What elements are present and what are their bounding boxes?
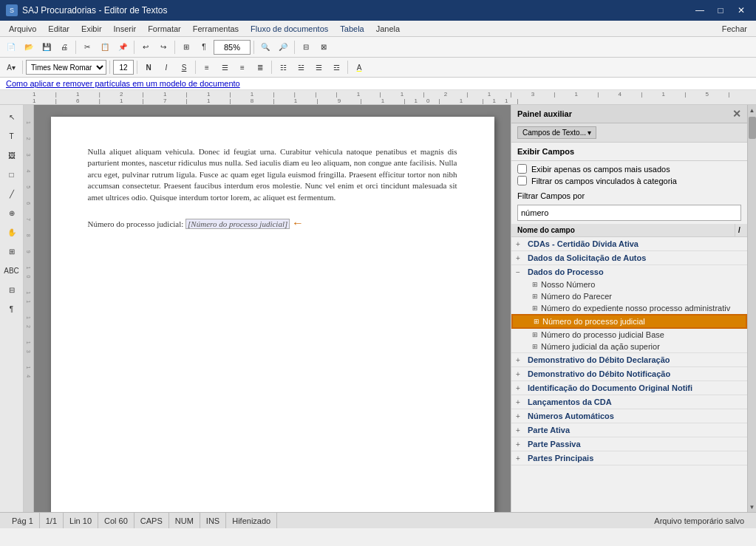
auxiliary-panel: Painel auxiliar ✕ Campos de Texto... ▾ E… — [511, 105, 747, 512]
extra-btn1[interactable]: ⊟ — [298, 39, 314, 55]
tree-group-header-partes[interactable]: + Partes Principais — [511, 451, 747, 465]
tree-group-header-cdas[interactable]: + CDAs - Certidão Dívida Ativa — [511, 237, 747, 250]
align-right-btn[interactable]: ≡ — [234, 59, 251, 75]
extra-btn2[interactable]: ⊠ — [316, 39, 332, 55]
tree-item-icon-6: ⊞ — [532, 343, 538, 350]
print-btn[interactable]: 🖨 — [56, 39, 72, 55]
tree-item-nosso-numero[interactable]: ⊞ Nosso Número — [511, 279, 747, 290]
highlight-btn[interactable]: A — [351, 59, 367, 75]
tree-group-header-identif[interactable]: + Identificação do Documento Original No… — [511, 381, 747, 395]
sep1 — [75, 41, 76, 54]
zoom-out-btn[interactable]: 🔎 — [275, 39, 291, 55]
redo-btn[interactable]: ↪ — [155, 39, 171, 55]
minimize-button[interactable]: — — [691, 3, 709, 18]
pilcrow-btn[interactable]: ¶ — [196, 39, 212, 55]
maximize-button[interactable]: □ — [712, 3, 729, 18]
tree-item-numero-judicial-base[interactable]: ⊞ Número do processo judicial Base — [511, 329, 747, 341]
tree-group-header-num-auto[interactable]: + Números Automáticos — [511, 409, 747, 423]
document-area[interactable]: Nulla aliquet aliquam vehicula. Donec id… — [34, 105, 511, 512]
zoom-in-btn[interactable]: 🔍 — [257, 39, 273, 55]
tool-line[interactable]: ╱ — [3, 185, 21, 202]
field-label: Número do processo judicial: — [88, 219, 184, 228]
tree-group-parte-ativa: + Parte Ativa — [511, 423, 747, 437]
list-btn2[interactable]: ☱ — [293, 59, 309, 75]
style-dropdown[interactable]: A▾ — [3, 59, 19, 75]
scroll-thumb[interactable] — [749, 117, 756, 139]
align-left-btn[interactable]: ≡ — [199, 59, 215, 75]
field-tree[interactable]: + CDAs - Certidão Dívida Ativa + Dados d… — [511, 237, 747, 512]
tree-group-header-parte-ativa[interactable]: + Parte Ativa — [511, 423, 747, 437]
font-family-select[interactable]: Times New Romar — [26, 60, 106, 75]
menu-editar[interactable]: Editar — [42, 23, 75, 35]
checkbox-row-2[interactable]: Filtrar os campos vinculados à categoria — [517, 176, 741, 185]
tree-item-numero-expediente[interactable]: ⊞ Número do expediente nosso processo ad… — [511, 302, 747, 314]
ruler: 1 | 1 | 2 | 1 | 1 | 1 | | | | 1 | 1 | 2 … — [0, 90, 756, 105]
menu-fluxo[interactable]: Fluxo de documentos — [245, 23, 334, 35]
list-btn1[interactable]: ☷ — [275, 59, 291, 75]
tree-group-label-demo-notif: Demonstrativo do Débito Notificação — [528, 369, 670, 378]
expand-icon-solicitacao: + — [516, 254, 525, 262]
tool-text[interactable]: T — [3, 127, 21, 145]
align-justify-btn[interactable]: ≣ — [252, 59, 268, 75]
tool-field[interactable]: ⊞ — [3, 242, 21, 260]
save-btn[interactable]: 💾 — [38, 39, 55, 55]
menu-inserir[interactable]: Inserir — [108, 23, 143, 35]
tree-group-header-solicitacao[interactable]: + Dados da Solicitação de Autos — [511, 251, 747, 265]
table-btn[interactable]: ⊞ — [178, 39, 194, 55]
checkbox-1[interactable] — [517, 164, 527, 174]
menu-janela[interactable]: Janela — [370, 23, 406, 35]
list-btn3[interactable]: ☰ — [310, 59, 327, 75]
open-btn[interactable]: 📂 — [21, 39, 37, 55]
tool-shape[interactable]: □ — [3, 165, 21, 183]
status-page: Pág 1 — [6, 513, 40, 528]
campos-dropdown[interactable]: Campos de Texto... ▾ — [517, 126, 596, 139]
new-btn[interactable]: 📄 — [3, 39, 19, 55]
tree-item-numero-judicial[interactable]: ⊞ Número do processo judicial — [511, 314, 747, 329]
info-bar[interactable]: Como aplicar e remover partículas em um … — [0, 78, 756, 90]
italic-button[interactable]: I — [158, 59, 174, 75]
panel-close-button[interactable]: ✕ — [732, 108, 741, 120]
scroll-down-arrow[interactable]: ▼ — [748, 502, 757, 512]
menu-tabela[interactable]: Tabela — [334, 23, 370, 35]
undo-btn[interactable]: ↩ — [137, 39, 154, 55]
tool-zoom[interactable]: ⊕ — [3, 204, 21, 222]
copy-btn[interactable]: 📋 — [97, 39, 113, 55]
tree-item-numero-judicial-superior[interactable]: ⊞ Número judicial da ação superior — [511, 341, 747, 352]
scroll-up-arrow[interactable]: ▲ — [748, 105, 757, 115]
tool-format[interactable]: ⊟ — [3, 281, 21, 298]
list-btn4[interactable]: ☲ — [328, 59, 344, 75]
cut-btn[interactable]: ✂ — [79, 39, 95, 55]
tree-group-header-lanc[interactable]: + Lançamentos da CDA — [511, 395, 747, 409]
tree-group-header-parte-passiva[interactable]: + Parte Passiva — [511, 437, 747, 451]
menu-ferramentas[interactable]: Ferramentas — [187, 23, 245, 35]
menu-fechar[interactable]: Fechar — [716, 23, 753, 35]
help-link[interactable]: Como aplicar e remover partículas em um … — [6, 79, 240, 88]
panel-scrollbar[interactable]: ▲ ▼ — [747, 105, 756, 512]
close-button[interactable]: ✕ — [732, 3, 750, 18]
tool-hand[interactable]: ✋ — [3, 223, 21, 241]
tool-image[interactable]: 🖼 — [3, 146, 21, 164]
status-save-status: Arquivo temporário salvo — [648, 516, 750, 525]
menu-exibir[interactable]: Exibir — [75, 23, 108, 35]
checkbox-row-1[interactable]: Exibir apenas os campos mais usados — [517, 164, 741, 174]
tool-select[interactable]: ↖ — [3, 108, 21, 126]
font-size-input[interactable] — [113, 60, 134, 75]
underline-button[interactable]: S — [176, 59, 192, 75]
tree-group-partes-principais: + Partes Principais — [511, 451, 747, 465]
bold-button[interactable]: N — [140, 59, 157, 75]
paste-btn[interactable]: 📌 — [115, 39, 131, 55]
menu-arquivo[interactable]: Arquivo — [3, 23, 42, 35]
menu-formatar[interactable]: Formatar — [142, 23, 187, 35]
checkbox-2[interactable] — [517, 176, 527, 185]
filter-search-input[interactable] — [517, 205, 741, 221]
tree-group-header-demo-decl[interactable]: + Demonstrativo do Débito Declaração — [511, 353, 747, 366]
expand-icon-parte-passiva: + — [516, 440, 525, 448]
tool-spell[interactable]: ABC — [3, 262, 21, 279]
tool-para[interactable]: ¶ — [3, 300, 21, 318]
align-center-btn[interactable]: ☰ — [217, 59, 233, 75]
tree-item-numero-parecer[interactable]: ⊞ Número do Parecer — [511, 290, 747, 302]
tree-group-header-demo-notif[interactable]: + Demonstrativo do Débito Notificação — [511, 367, 747, 381]
status-bar: Pág 1 1/1 Lin 10 Col 60 CAPS NUM INS Hif… — [0, 512, 756, 528]
checkbox-label-2: Filtrar os campos vinculados à categoria — [531, 177, 677, 185]
tree-group-header-processo[interactable]: − Dados do Processo — [511, 265, 747, 279]
